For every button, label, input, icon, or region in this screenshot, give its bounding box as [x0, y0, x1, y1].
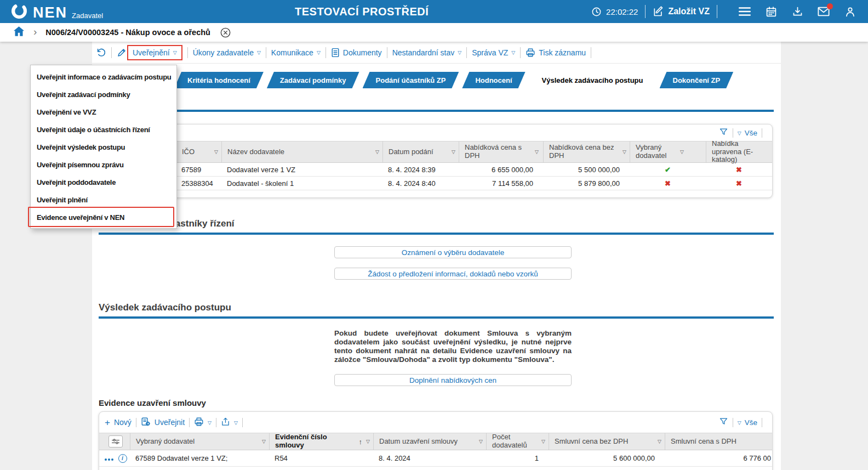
- tab-hodnoceni[interactable]: Hodnocení: [462, 72, 525, 88]
- tab-podani-ucastniku[interactable]: Podání účastníků ZP: [363, 72, 459, 88]
- cross-icon: ✖: [706, 179, 772, 188]
- calendar-icon[interactable]: [765, 5, 777, 18]
- cell-price-novat: 5 500 000,00: [543, 166, 630, 174]
- divider: [762, 128, 762, 138]
- cross-icon: ✖: [706, 166, 772, 174]
- tab-vysledek-zadavaciho-postupu[interactable]: Výsledek zadávacího postupu: [529, 72, 656, 88]
- breadcrumb-item[interactable]: N006/24/V00003245 - Nákup ovoce a ořechů: [45, 28, 210, 37]
- divider: [266, 47, 266, 58]
- menu-item-zadavaci-podminky[interactable]: Uveřejnit zadávací podmínky: [31, 86, 176, 104]
- table-row[interactable]: i 67589 Dodavatel verze 1 VZ; R54 8. 4. …: [99, 450, 772, 467]
- toolbar-item-dokumenty[interactable]: Dokumenty: [331, 48, 382, 58]
- print-menu-button[interactable]: ▽: [194, 417, 212, 428]
- filter-caret-icon[interactable]: ▽: [680, 149, 684, 155]
- menu-item-udaje-o-ucastnicich[interactable]: Uveřejnit údaje o účastnících řízení: [31, 121, 176, 139]
- section-title-evidence: Evidence uzavření smlouvy: [99, 398, 206, 407]
- divider: [520, 47, 521, 58]
- close-icon[interactable]: [220, 27, 231, 38]
- toolbar-item-nestandardni-stav[interactable]: Nestandardní stav ▽: [392, 48, 462, 57]
- publish-button[interactable]: Uveřejnit: [141, 417, 185, 428]
- filter-caret-icon[interactable]: ▽: [452, 149, 455, 155]
- info-icon[interactable]: i: [118, 454, 127, 463]
- doplneni-cen-button[interactable]: Doplnění nabídkových cen: [334, 374, 572, 386]
- tab-dokonceni-zp[interactable]: Dokončení ZP: [660, 72, 734, 88]
- column-header-cena-s-dph[interactable]: Nabídková cena s DPH▽: [459, 141, 543, 162]
- zadost-o-predlozeni-button[interactable]: Žádost o předložení informací, dokladů n…: [334, 268, 572, 280]
- cross-icon: ✖: [630, 179, 706, 188]
- menu-item-vysledek-postupu[interactable]: Uveřejnit výsledek postupu: [31, 139, 176, 156]
- filter-caret-icon[interactable]: ▽: [479, 439, 483, 444]
- divider: [326, 47, 326, 58]
- filter-caret-icon[interactable]: ▽: [214, 149, 218, 155]
- filter-caret-icon[interactable]: ▽: [658, 439, 661, 444]
- divider: [733, 128, 733, 138]
- menu-item-informace-o-postupu[interactable]: Uveřejnit informace o zadávacím postupu: [31, 69, 176, 86]
- brand[interactable]: NEN Zadavatel: [0, 3, 103, 20]
- column-header-cena-s-dph[interactable]: Smluvní cena s DPH: [665, 433, 772, 450]
- toolbar-item-label: Komunikace: [271, 48, 313, 57]
- menu-item-uverejneni-vvz[interactable]: Uveřejnění ve VVZ: [31, 104, 176, 121]
- tab-kriteria-hodnoceni[interactable]: Kritéria hodnocení: [174, 72, 264, 88]
- column-header-nazev[interactable]: Název dodavatele▽: [221, 141, 382, 162]
- toolbar-item-tisk-zaznamu[interactable]: Tisk záznamu: [526, 48, 586, 58]
- user-icon[interactable]: [844, 5, 856, 18]
- table-row[interactable]: 67589 Dodavatel verze 1 VZ 8. 4. 2024 8:…: [99, 163, 772, 177]
- tab-zadavaci-podminky[interactable]: Zadávací podmínky: [267, 72, 359, 88]
- toolbar-item-label: Správa VZ: [472, 48, 508, 57]
- toolbar-item-sprava-vz[interactable]: Správa VZ ▽: [472, 48, 515, 57]
- export-menu-button[interactable]: ▽: [221, 417, 238, 428]
- column-header-cena-bez-dph[interactable]: Smluvní cena bez DPH▽: [549, 433, 665, 450]
- cell-name: Dodavatel - školení 1: [221, 179, 382, 188]
- tab-strip: Kritéria hodnocení Zadávací podmínky Pod…: [174, 72, 733, 88]
- menu-item-pisemna-zprava[interactable]: Uveřejnit písemnou zprávu: [31, 156, 176, 173]
- toolbar-item-label: Uveřejnění: [133, 48, 170, 57]
- history-icon[interactable]: [96, 47, 106, 58]
- participants-panel: ▽ Vše IČO▽ Název dodavatele▽ Datum podán…: [99, 124, 773, 198]
- filter-caret-icon[interactable]: ▽: [623, 149, 626, 155]
- column-header-config: [99, 433, 130, 450]
- show-all-control[interactable]: ▽ Vše: [738, 418, 757, 427]
- cell-price-vat: 6 776 00: [665, 454, 772, 462]
- menu-item-plneni[interactable]: Uveřejnit plnění: [31, 191, 176, 208]
- filter-icon[interactable]: [719, 417, 728, 428]
- column-header-ico[interactable]: IČO▽: [176, 141, 221, 162]
- filter-icon[interactable]: [719, 127, 728, 138]
- home-icon[interactable]: [13, 26, 25, 39]
- toolbar-item-uverejneni[interactable]: Uveřejnění ▽: [127, 45, 182, 60]
- brand-subtitle: Zadavatel: [72, 12, 103, 20]
- download-icon[interactable]: [791, 5, 803, 18]
- row-actions-icon[interactable]: [105, 454, 115, 462]
- pencil-icon[interactable]: [117, 48, 127, 58]
- column-header-cena-bez-dph[interactable]: Nabídková cena bez DPH▽: [543, 141, 630, 162]
- column-header-pocet-dodavatelu[interactable]: Počet dodavatelů▽: [486, 433, 549, 450]
- filter-caret-icon[interactable]: ▽: [541, 439, 545, 444]
- new-button[interactable]: + Nový: [105, 418, 132, 427]
- toolbar-item-ukony-zadavatele[interactable]: Úkony zadavatele ▽: [193, 48, 261, 57]
- filter-caret-icon[interactable]: ▽: [262, 439, 266, 444]
- filter-caret-icon[interactable]: ▽: [366, 439, 370, 444]
- filter-caret-icon[interactable]: ▽: [375, 149, 379, 155]
- column-header-datum-uzavreni[interactable]: Datum uzavření smlouvy▽: [373, 433, 486, 450]
- toolbar-item-komunikace[interactable]: Komunikace ▽: [271, 48, 321, 57]
- show-all-control[interactable]: ▽ Vše: [738, 129, 757, 137]
- filter-caret-icon[interactable]: ▽: [535, 149, 539, 155]
- column-header-vybrany-dodavatel[interactable]: Vybraný dodavatel▽: [130, 433, 269, 450]
- export-icon: [221, 417, 230, 428]
- column-settings-icon[interactable]: [108, 435, 123, 448]
- caret-down-icon: ▽: [738, 130, 741, 136]
- session-clock: 22:02:22: [591, 7, 638, 17]
- clock-icon: [591, 7, 602, 17]
- column-header-vybrany-dodavatel[interactable]: Vybraný dodavatel▽: [630, 141, 706, 162]
- menu-hamburger-icon[interactable]: [739, 5, 751, 18]
- section-title-vysledek: Výsledek zadávacího postupu: [99, 302, 231, 313]
- cell-price-novat: 5 600 000,00: [549, 454, 665, 462]
- create-vz-button[interactable]: Založit VZ: [653, 6, 710, 17]
- menu-item-poddodavatele[interactable]: Uveřejnit poddodavatele: [31, 173, 176, 191]
- column-header-nabidka-upravena[interactable]: Nabídka upravena (E-katalog): [706, 141, 772, 162]
- oznameni-o-vyberu-button[interactable]: Oznámení o výběru dodavatele: [334, 246, 572, 258]
- column-header-evidencni-cislo[interactable]: Evidenční číslo smlouvy↑▽: [269, 433, 373, 450]
- column-header-datum-podani[interactable]: Datum podání▽: [382, 141, 459, 162]
- mail-icon[interactable]: [818, 5, 830, 18]
- show-all-label: Vše: [745, 129, 757, 137]
- table-row[interactable]: 25388304 Dodavatel - školení 1 8. 4. 202…: [99, 177, 772, 190]
